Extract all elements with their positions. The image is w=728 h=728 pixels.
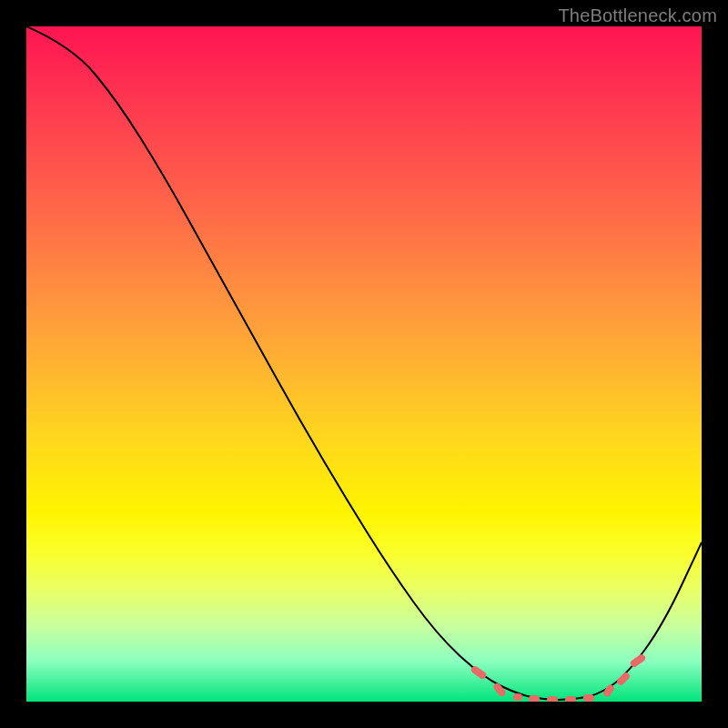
watermark-label: TheBottleneck.com [558,5,717,26]
plot-gradient-bg [26,26,702,702]
chart-stage: TheBottleneck.com [0,0,728,728]
